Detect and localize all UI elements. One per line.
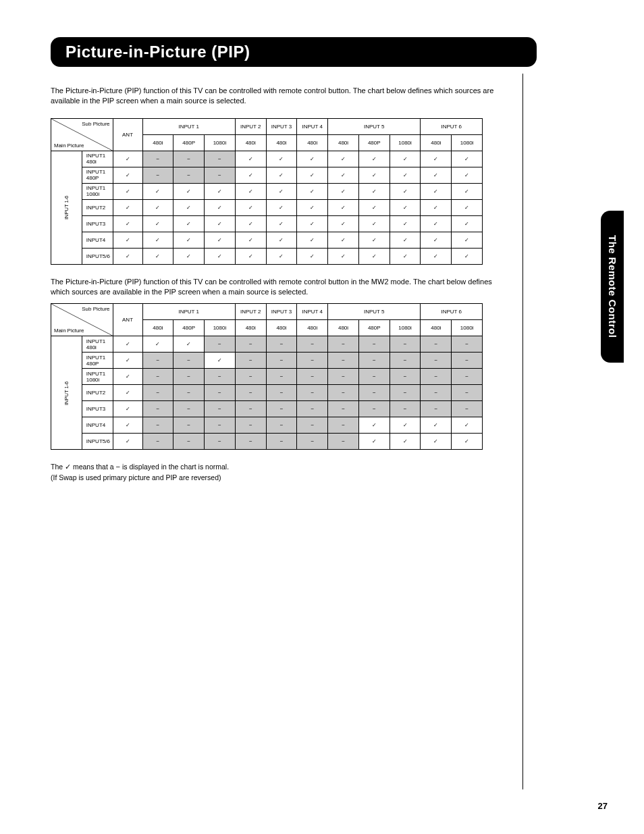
cell: ✓	[358, 434, 390, 450]
cell: −	[142, 353, 173, 369]
cell: ✓	[421, 183, 452, 199]
table2-caption: The Picture-in-Picture (PIP) function of…	[51, 277, 504, 297]
pip-table-main: Sub PictureMain PictureANTINPUT 1INPUT 2…	[51, 118, 483, 265]
cell: −	[297, 336, 328, 353]
cell: ✓	[266, 215, 297, 232]
col-sub: 1080i	[205, 134, 236, 151]
col-group: INPUT 3	[266, 118, 297, 134]
cell: −	[452, 401, 483, 417]
cell: −	[297, 401, 328, 417]
cell: −	[421, 385, 452, 401]
cell: ✓	[235, 215, 266, 232]
cell: −	[205, 417, 236, 434]
cell: −	[266, 353, 297, 369]
cell: −	[235, 417, 266, 434]
cell: −	[328, 385, 359, 401]
cell: ✓	[297, 232, 328, 248]
cell: −	[173, 167, 205, 183]
cell: −	[142, 385, 173, 401]
cell: ✓	[113, 167, 142, 183]
row-label: INPUT1 480i	[82, 336, 113, 353]
cell: ✓	[328, 248, 359, 264]
cell: −	[266, 385, 297, 401]
cell: ✓	[421, 151, 452, 167]
cell: ✓	[173, 232, 205, 248]
cell: −	[235, 336, 266, 353]
col-group: INPUT 6	[421, 304, 483, 320]
cell: ✓	[142, 336, 173, 353]
cell: ✓	[358, 167, 390, 183]
cell: ✓	[235, 248, 266, 264]
cell: ✓	[205, 353, 236, 369]
cell: ✓	[390, 167, 421, 183]
cell: ✓	[113, 353, 142, 369]
col-group: INPUT 3	[266, 304, 297, 320]
cell: ✓	[358, 199, 390, 215]
cell: −	[358, 336, 390, 353]
cell: −	[173, 401, 205, 417]
cell: ✓	[328, 215, 359, 232]
cell: ✓	[297, 183, 328, 199]
row-label: INPUT4	[82, 232, 113, 248]
cell: −	[205, 167, 236, 183]
cell: −	[235, 434, 266, 450]
col-group: INPUT 5	[328, 304, 421, 320]
col-group: INPUT 6	[421, 118, 483, 134]
cell: −	[390, 336, 421, 353]
cell: −	[390, 385, 421, 401]
cell: ✓	[452, 199, 483, 215]
cell: ✓	[113, 215, 142, 232]
row-label: INPUT5/6	[82, 248, 113, 264]
row-label: INPUT4	[82, 417, 113, 434]
col-sub: 1080i	[452, 320, 483, 336]
diag-header: Sub PictureMain Picture	[51, 304, 113, 336]
cell: ✓	[142, 215, 173, 232]
cell: −	[328, 336, 359, 353]
cell: ✓	[421, 248, 452, 264]
row-group-label: INPUT 1-6	[51, 151, 82, 264]
col-ant: ANT	[113, 118, 142, 151]
intro-text: The Picture-in-Picture (PIP) function of…	[51, 86, 504, 106]
col-sub: 480i	[328, 320, 359, 336]
cell: −	[142, 417, 173, 434]
cell: −	[421, 369, 452, 385]
cell: ✓	[235, 183, 266, 199]
cell: ✓	[297, 199, 328, 215]
cell: ✓	[390, 199, 421, 215]
cell: −	[358, 401, 390, 417]
cell: ✓	[173, 183, 205, 199]
cell: −	[328, 417, 359, 434]
cell: ✓	[266, 151, 297, 167]
row-label: INPUT3	[82, 215, 113, 232]
row-label: INPUT2	[82, 199, 113, 215]
cell: −	[328, 353, 359, 369]
cell: −	[358, 385, 390, 401]
cell: ✓	[328, 167, 359, 183]
cell: −	[421, 401, 452, 417]
cell: −	[297, 434, 328, 450]
cell: ✓	[452, 232, 483, 248]
cell: ✓	[358, 183, 390, 199]
cell: ✓	[173, 215, 205, 232]
row-label: INPUT1 480P	[82, 167, 113, 183]
cell: ✓	[235, 232, 266, 248]
row-label: INPUT2	[82, 385, 113, 401]
cell: −	[205, 385, 236, 401]
cell: ✓	[235, 167, 266, 183]
cell: ✓	[266, 232, 297, 248]
cell: ✓	[358, 215, 390, 232]
cell: ✓	[142, 248, 173, 264]
cell: ✓	[205, 248, 236, 264]
cell: ✓	[421, 215, 452, 232]
cell: −	[205, 336, 236, 353]
cell: ✓	[113, 336, 142, 353]
cell: ✓	[205, 183, 236, 199]
cell: ✓	[452, 167, 483, 183]
row-label: INPUT1 480i	[82, 151, 113, 167]
cell: −	[205, 434, 236, 450]
cell: ✓	[421, 167, 452, 183]
cell: −	[173, 434, 205, 450]
col-sub: 480i	[235, 134, 266, 151]
cell: −	[328, 434, 359, 450]
cell: −	[205, 401, 236, 417]
